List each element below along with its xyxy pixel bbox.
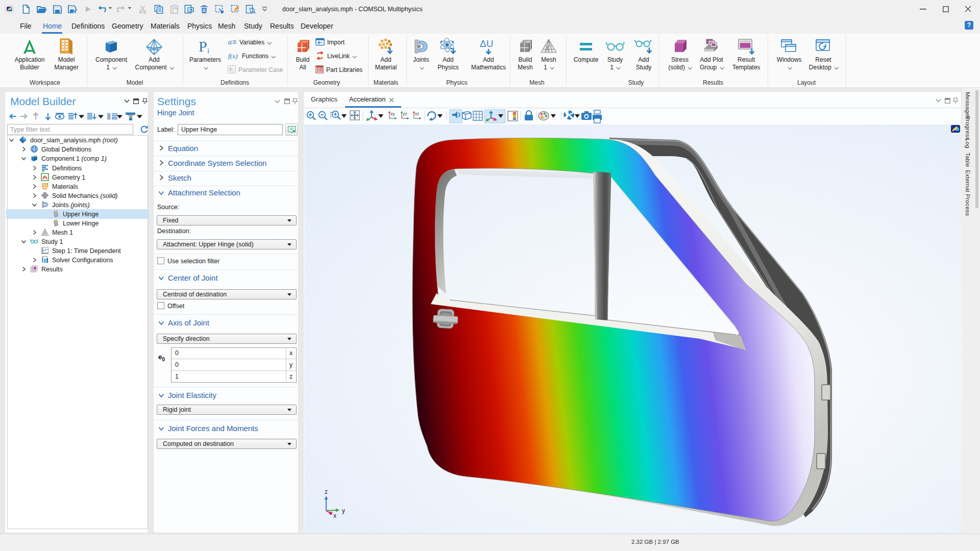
svg-text:y: y [342, 507, 345, 514]
svg-text:P: P [229, 66, 232, 72]
svg-text:xy: xy [390, 111, 395, 116]
svg-text:P: P [199, 38, 207, 55]
svg-text:a: a [228, 38, 232, 46]
svg-text:yz: yz [403, 111, 407, 116]
svg-text:i: i [207, 46, 209, 55]
svg-text:z: z [325, 488, 328, 495]
svg-text:f(x): f(x) [228, 52, 238, 60]
svg-text:ΔU: ΔU [480, 38, 493, 49]
svg-text:x: x [333, 512, 336, 519]
svg-text:xz: xz [415, 111, 420, 116]
svg-text:i: i [233, 69, 234, 73]
